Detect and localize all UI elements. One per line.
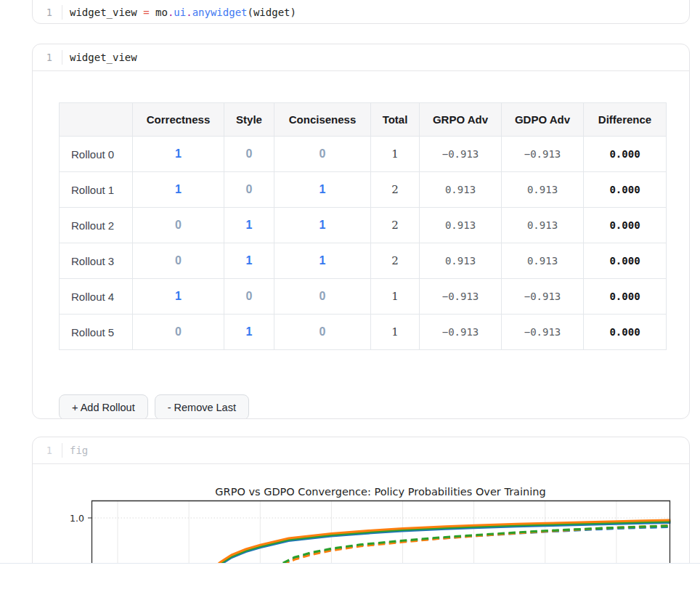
rollout-table-body: Rollout 01001−0.913−0.9130.000Rollout 11… [60, 137, 667, 350]
total-value: 2 [371, 172, 420, 208]
grpo-adv-value: 0.913 [420, 208, 502, 243]
score-toggle-cell[interactable]: 0 [274, 137, 371, 172]
table-header-row: CorrectnessStyleConcisenessTotalGRPO Adv… [60, 103, 667, 137]
code-line[interactable]: widget_view [70, 52, 137, 63]
gutter-divider [62, 443, 62, 458]
grpo-adv-value: −0.913 [420, 279, 502, 315]
difference-value: 0.000 [584, 243, 667, 279]
code-editor[interactable]: 1 fig [33, 437, 689, 463]
cell-widget-view: 1 widget_view CorrectnessStyleConcisenes… [32, 44, 690, 419]
score-toggle-cell[interactable]: 1 [274, 172, 371, 208]
line-number: 1 [33, 52, 62, 63]
total-value: 1 [371, 279, 420, 315]
code-token: fig [70, 445, 88, 456]
code-editor[interactable]: 1 widget_view [33, 44, 689, 70]
difference-value: 0.000 [584, 315, 667, 350]
total-value: 2 [371, 243, 420, 279]
code-token: mo [150, 7, 168, 18]
rollout-label: Rollout 0 [60, 137, 133, 172]
code-token: (widget) [247, 7, 296, 18]
gdpo-adv-value: 0.913 [502, 243, 584, 279]
gdpo-adv-value: 0.913 [502, 208, 584, 243]
column-header-empty [60, 103, 133, 137]
rollout-table: CorrectnessStyleConcisenessTotalGRPO Adv… [59, 102, 667, 350]
difference-value: 0.000 [584, 137, 667, 172]
rollout-button-bar: + Add Rollout - Remove Last [59, 394, 249, 419]
rollout-label: Rollout 2 [60, 208, 133, 243]
score-toggle-cell[interactable]: 0 [224, 172, 274, 208]
code-token: . [186, 7, 192, 18]
grpo-adv-value: −0.913 [420, 315, 502, 350]
score-toggle-cell[interactable]: 1 [133, 172, 224, 208]
difference-value: 0.000 [584, 208, 667, 243]
code-token: widget_view [70, 7, 143, 18]
score-toggle-cell[interactable]: 1 [274, 243, 371, 279]
rollout-label: Rollout 1 [60, 172, 133, 208]
add-rollout-button[interactable]: + Add Rollout [59, 394, 148, 419]
table-row: Rollout 01001−0.913−0.9130.000 [60, 137, 667, 172]
table-row: Rollout 50101−0.913−0.9130.000 [60, 315, 667, 350]
gdpo-adv-value: −0.913 [502, 279, 584, 315]
gutter-divider [62, 5, 62, 20]
score-toggle-cell[interactable]: 1 [133, 279, 224, 315]
gdpo-adv-value: −0.913 [502, 315, 584, 350]
rollout-label: Rollout 4 [60, 279, 133, 315]
table-row: Rollout 41001−0.913−0.9130.000 [60, 279, 667, 315]
grpo-adv-value: 0.913 [420, 243, 502, 279]
code-line[interactable]: fig [70, 445, 88, 456]
chart-title: GRPO vs GDPO Convergence: Policy Probabi… [215, 486, 545, 498]
code-token: anywidget [192, 7, 248, 18]
gutter-divider [62, 50, 62, 65]
score-toggle-cell[interactable]: 1 [224, 315, 274, 350]
grpo-adv-value: 0.913 [420, 172, 502, 208]
score-toggle-cell[interactable]: 0 [133, 208, 224, 243]
column-header-grpo-adv: GRPO Adv [420, 103, 502, 137]
total-value: 1 [371, 137, 420, 172]
remove-last-button[interactable]: - Remove Last [155, 394, 249, 419]
column-header-total: Total [371, 103, 420, 137]
code-token: widget_view [70, 52, 137, 63]
table-row: Rollout 301120.9130.9130.000 [60, 243, 667, 279]
total-value: 1 [371, 315, 420, 350]
code-token: ui [174, 7, 186, 18]
table-row: Rollout 110120.9130.9130.000 [60, 172, 667, 208]
code-editor[interactable]: 1 widget_view = mo.ui.anywidget(widget) [33, 0, 689, 24]
rollout-label: Rollout 3 [60, 243, 133, 279]
y-tick-label: 1.0 [70, 513, 84, 524]
score-toggle-cell[interactable]: 1 [224, 243, 274, 279]
difference-value: 0.000 [584, 172, 667, 208]
score-toggle-cell[interactable]: 0 [224, 137, 274, 172]
score-toggle-cell[interactable]: 0 [133, 315, 224, 350]
grpo-adv-value: −0.913 [420, 137, 502, 172]
column-header-correctness: Correctness [133, 103, 224, 137]
difference-value: 0.000 [584, 279, 667, 315]
column-header-conciseness: Conciseness [274, 103, 371, 137]
gdpo-adv-value: 0.913 [502, 172, 584, 208]
score-toggle-cell[interactable]: 1 [274, 208, 371, 243]
score-toggle-cell[interactable]: 0 [274, 315, 371, 350]
rollout-table-header: CorrectnessStyleConcisenessTotalGRPO Adv… [60, 103, 667, 137]
column-header-style: Style [224, 103, 274, 137]
score-toggle-cell[interactable]: 0 [133, 243, 224, 279]
line-number: 1 [33, 445, 62, 456]
total-value: 2 [371, 208, 420, 243]
rollout-label: Rollout 5 [60, 315, 133, 350]
code-token: = [143, 7, 149, 18]
widget-output: CorrectnessStyleConcisenessTotalGRPO Adv… [33, 71, 689, 419]
score-toggle-cell[interactable]: 0 [274, 279, 371, 315]
cell-widget-assignment: 1 widget_view = mo.ui.anywidget(widget) [32, 0, 690, 24]
code-line[interactable]: widget_view = mo.ui.anywidget(widget) [70, 7, 296, 18]
column-header-difference: Difference [584, 103, 667, 137]
viewport-bottom-edge [0, 563, 700, 592]
score-toggle-cell[interactable]: 0 [224, 279, 274, 315]
table-row: Rollout 201120.9130.9130.000 [60, 208, 667, 243]
line-number: 1 [33, 7, 62, 18]
gdpo-adv-value: −0.913 [502, 137, 584, 172]
score-toggle-cell[interactable]: 1 [133, 137, 224, 172]
score-toggle-cell[interactable]: 1 [224, 208, 274, 243]
notebook-page: 1 widget_view = mo.ui.anywidget(widget) … [0, 0, 700, 592]
column-header-gdpo-adv: GDPO Adv [502, 103, 584, 137]
